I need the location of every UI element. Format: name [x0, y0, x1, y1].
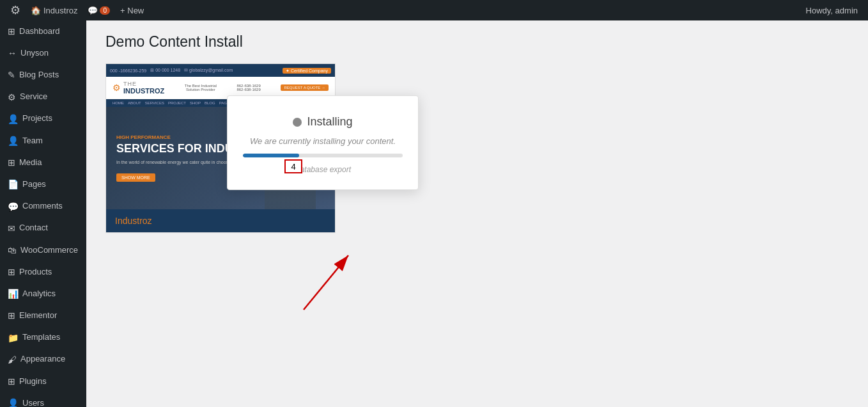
comment-count: 0: [100, 6, 110, 15]
topbar-email: ✉ globalzzy@gmail.com: [184, 68, 233, 73]
wp-logo-link[interactable]: ⚙: [5, 0, 26, 20]
site-name: Industroz: [43, 6, 77, 15]
sidebar-item-service[interactable]: ⚙ Service: [0, 86, 86, 108]
preview-contact: 862-638-1629 862-638-1629: [236, 84, 260, 92]
sidebar-label-media: Media: [19, 157, 42, 168]
topbar-phone2: ⊞ 00 000 1248: [150, 68, 180, 73]
new-label: + New: [120, 6, 144, 15]
demo-area: 000 -1666236-259 ⊞ 00 000 1248 ✉ globalz…: [105, 63, 463, 339]
nav-shop: SHOP: [190, 101, 201, 105]
sidebar-label-products: Products: [19, 267, 52, 278]
team-icon: 👤: [8, 135, 19, 147]
new-content-link[interactable]: + New: [115, 0, 149, 20]
sidebar-label-comments: Comments: [22, 201, 63, 212]
nav-home: HOME: [112, 101, 124, 105]
templates-icon: 📁: [8, 332, 19, 344]
page-title: Demo Content Install: [105, 33, 849, 51]
sidebar-item-products[interactable]: ⊞ Products: [0, 261, 86, 283]
sidebar-item-elementor[interactable]: ⊞ Elementor: [0, 305, 86, 326]
main-layout: ⊞ Dashboard ↔ Unyson ✎ Blog Posts ⚙ Serv…: [0, 20, 868, 407]
modal-status-text: Database export: [243, 165, 403, 174]
analytics-icon: 📊: [8, 288, 19, 299]
sidebar-label-templates: Templates: [22, 332, 60, 343]
logo-text: THE INDUSTROZ: [123, 81, 164, 95]
topbar-right-box: ✦ Certified Company: [283, 68, 331, 74]
annotation-number: 4: [291, 162, 295, 172]
contact-phone2: 862-638-1629: [236, 88, 260, 92]
logo-icon: ⚙: [112, 83, 121, 93]
sidebar-label-contact: Contact: [19, 223, 48, 234]
service-icon: ⚙: [8, 92, 16, 103]
projects-icon: 👤: [8, 113, 19, 125]
preview-topbar: 000 -1666236-259 ⊞ 00 000 1248 ✉ globalz…: [106, 64, 335, 77]
unyson-icon: ↔: [8, 47, 17, 59]
sidebar-item-users[interactable]: 👤 Users: [0, 392, 86, 407]
certified-badge: ✦ Certified Company: [283, 68, 331, 74]
sidebar-item-comments[interactable]: 💬 Comments: [0, 196, 86, 218]
sidebar: ⊞ Dashboard ↔ Unyson ✎ Blog Posts ⚙ Serv…: [0, 20, 86, 407]
plugins-icon: ⊞: [8, 376, 15, 387]
sidebar-label-projects: Projects: [22, 113, 52, 124]
appearance-icon: 🖌: [8, 354, 17, 365]
blog-posts-icon: ✎: [8, 69, 15, 81]
logo-subtext: THE: [123, 81, 164, 87]
sidebar-item-analytics[interactable]: 📊 Analytics: [0, 283, 86, 305]
card-label-rest: roz: [139, 216, 151, 226]
sidebar-label-service: Service: [20, 92, 47, 102]
site-name-link[interactable]: 🏠 Industroz: [26, 0, 82, 20]
comment-icon: 💬: [88, 6, 98, 15]
modal-status-dot: [293, 118, 302, 127]
admin-bar: ⚙ 🏠 Industroz 💬 0 + New Howdy, admin: [0, 0, 868, 20]
sidebar-label-analytics: Analytics: [22, 289, 56, 299]
sidebar-item-appearance[interactable]: 🖌 Appearance: [0, 349, 86, 371]
sidebar-item-media[interactable]: ⊞ Media: [0, 152, 86, 173]
sidebar-item-plugins[interactable]: ⊞ Plugins: [0, 371, 86, 392]
home-icon: 🏠: [31, 6, 41, 15]
nav-blog: BLOG: [205, 101, 215, 105]
preview-card-label: Industroz: [106, 209, 335, 232]
woocommerce-icon: 🛍: [8, 244, 17, 256]
sidebar-item-dashboard[interactable]: ⊞ Dashboard: [0, 20, 86, 42]
sidebar-item-team[interactable]: 👤 Team: [0, 130, 86, 152]
nav-services: SERVICES: [145, 101, 164, 105]
sidebar-item-projects[interactable]: 👤 Projects: [0, 108, 86, 130]
preview-logo: ⚙ THE INDUSTROZ: [112, 81, 164, 95]
dashboard-icon: ⊞: [8, 26, 15, 37]
sidebar-label-team: Team: [22, 136, 43, 147]
contact-icon: ✉: [8, 223, 15, 234]
nav-project: PROJECT: [168, 101, 186, 105]
sidebar-label-pages: Pages: [22, 179, 46, 190]
sidebar-item-blog-posts[interactable]: ✎ Blog Posts: [0, 64, 86, 86]
modal-title-text: Installing: [307, 115, 352, 129]
modal-title-row: Installing: [243, 115, 403, 129]
card-label-highlight: Indust: [115, 216, 139, 226]
sidebar-label-blog-posts: Blog Posts: [19, 70, 59, 81]
preview-cta: REQUEST A QUOTE →: [281, 84, 329, 91]
sidebar-item-templates[interactable]: 📁 Templates: [0, 327, 86, 349]
progress-bar-fill: [243, 154, 299, 157]
sidebar-label-elementor: Elementor: [19, 310, 57, 321]
howdy-text: Howdy, admin: [806, 6, 858, 15]
sidebar-label-plugins: Plugins: [19, 376, 47, 387]
installing-modal: Installing We are currently installing y…: [227, 95, 419, 190]
sidebar-item-pages[interactable]: 📄 Pages: [0, 173, 86, 195]
sidebar-label-appearance: Appearance: [20, 354, 65, 365]
svg-line-1: [304, 255, 348, 310]
annotation-number-badge: 4: [284, 159, 302, 173]
howdy-link[interactable]: Howdy, admin: [801, 0, 863, 20]
sidebar-label-users: Users: [22, 398, 44, 407]
admin-bar-right: Howdy, admin: [801, 0, 863, 20]
pages-icon: 📄: [8, 179, 19, 190]
cert-sub: Solution Provider: [186, 88, 215, 92]
nav-about: ABOUT: [128, 101, 141, 105]
sidebar-item-contact[interactable]: ✉ Contact: [0, 218, 86, 239]
comments-link[interactable]: 💬 0: [82, 0, 115, 20]
sidebar-item-unyson[interactable]: ↔ Unyson: [0, 42, 86, 64]
topbar-phone1: 000 -1666236-259: [110, 68, 146, 73]
preview-cert: The Best Industrial Solution Provider: [185, 84, 217, 92]
products-icon: ⊞: [8, 266, 15, 278]
modal-subtitle: We are currently installing your content…: [243, 136, 403, 146]
users-icon: 👤: [8, 397, 19, 407]
sidebar-label-woocommerce: WooCommerce: [20, 245, 78, 256]
sidebar-item-woocommerce[interactable]: 🛍 WooCommerce: [0, 239, 86, 261]
